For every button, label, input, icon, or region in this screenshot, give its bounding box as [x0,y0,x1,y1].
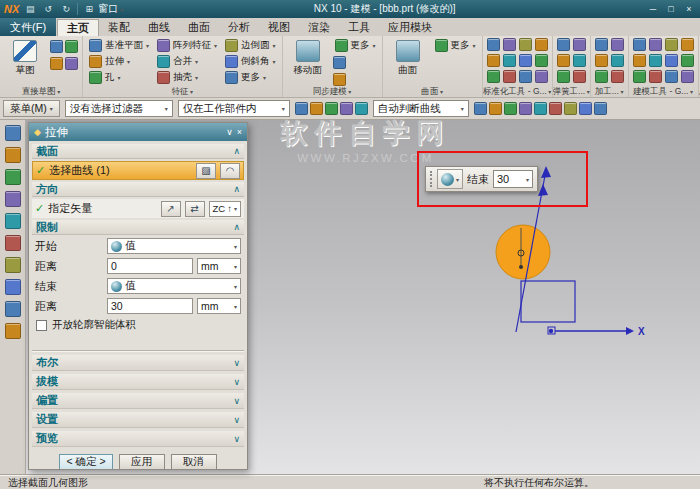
tab-应用模块[interactable]: 应用模块 [379,19,441,36]
ribbon-icon[interactable] [225,39,238,52]
history-icon[interactable] [5,279,21,295]
selection-filter-dropdown[interactable]: 没有选择过滤器 ▾ [65,100,173,117]
redo-icon[interactable]: ↻ [59,3,73,16]
ribbon-icon[interactable] [557,54,570,67]
tab-工具[interactable]: 工具 [339,19,379,36]
ribbon-icon[interactable] [519,38,532,51]
ribbon-icon[interactable] [633,54,646,67]
internet-browser-icon[interactable] [5,323,21,339]
ribbon-icon[interactable] [595,38,608,51]
selection-toolbar-icon[interactable] [549,102,562,115]
ribbon-icon[interactable] [633,70,646,83]
ribbon-icon[interactable] [535,70,548,83]
ribbon-icon[interactable] [333,56,346,69]
sketch-section-button[interactable]: ▨ [196,163,216,179]
ribbon-button[interactable]: 抽壳▾ [155,70,219,85]
specify-vector-row[interactable]: ✓ 指定矢量 ↗ ⇄ ZC ↑ ▾ [32,199,244,218]
ok-button[interactable]: < 确定 > [59,454,112,470]
ribbon-icon[interactable] [681,70,694,83]
start-option-dropdown[interactable]: 值 ▾ [107,238,241,254]
selection-toolbar-icon[interactable] [310,102,323,115]
dialog-collapse-icon[interactable]: ∨ [226,127,233,137]
ribbon-button[interactable]: 更多▾ [223,70,278,85]
ribbon-button[interactable]: 拉伸▾ [87,54,151,69]
ribbon-icon[interactable] [649,54,662,67]
ribbon-icon[interactable] [89,71,102,84]
constraint-navigator-icon[interactable] [5,169,21,185]
ribbon-icon[interactable] [335,39,348,52]
end-distance-input[interactable]: 30 ▾ [493,170,533,188]
ribbon-icon[interactable] [681,38,694,51]
roles-icon[interactable] [5,125,21,141]
reuse-library-icon[interactable] [5,213,21,229]
ribbon-icon[interactable] [503,38,516,51]
end-distance-input[interactable]: 30 [107,298,193,314]
ribbon-icon[interactable] [50,57,63,70]
tab-曲面[interactable]: 曲面 [179,19,219,36]
ribbon-icon[interactable] [503,70,516,83]
ribbon-icon[interactable] [435,39,448,52]
cancel-button[interactable]: 取消 [171,454,217,470]
ribbon-icon[interactable] [535,54,548,67]
dialog-section-draft[interactable]: 拔模∨ [32,374,244,390]
selection-toolbar-icon[interactable] [325,102,338,115]
ribbon-icon[interactable] [225,55,238,68]
tab-分析[interactable]: 分析 [219,19,259,36]
ribbon-button[interactable]: 孔▾ [87,70,151,85]
ribbon-icon[interactable] [649,38,662,51]
hd3d-tools-icon[interactable] [5,235,21,251]
ribbon-button[interactable]: 基准平面▾ [87,38,151,53]
ribbon-icon[interactable] [225,71,238,84]
selection-toolbar-icon[interactable] [534,102,547,115]
dialog-header[interactable]: ◆ 拉伸 ∨ × [29,123,247,141]
ribbon-icon[interactable] [157,39,170,52]
ribbon-icon[interactable] [633,38,646,51]
apply-button[interactable]: 应用 [119,454,165,470]
section-header-section[interactable]: 截面 ∧ [32,144,244,159]
dependencies-icon[interactable] [5,257,21,273]
vector-dialog-button[interactable]: ↗ [161,201,181,217]
close-button[interactable]: × [682,4,696,14]
tab-主页[interactable]: 主页 [57,19,99,36]
selection-toolbar-icon[interactable] [564,102,577,115]
curve-rule-dropdown[interactable]: 自动判断曲线 ▾ [373,100,469,117]
tab-装配[interactable]: 装配 [99,19,139,36]
ribbon-button[interactable]: 合并▾ [155,54,219,69]
save-icon[interactable]: ▤ [23,3,37,16]
tab-曲线[interactable]: 曲线 [139,19,179,36]
ribbon-icon[interactable] [573,54,586,67]
ribbon-icon[interactable] [503,54,516,67]
ribbon-icon[interactable] [611,70,624,83]
open-profile-checkbox[interactable] [36,320,47,331]
selection-toolbar-icon[interactable] [594,102,607,115]
curve-select-button[interactable]: ◠ [220,163,240,179]
start-unit-dropdown[interactable]: mm ▾ [197,258,241,274]
start-distance-input[interactable]: 0 [107,258,193,274]
tab-视图[interactable]: 视图 [259,19,299,36]
part-navigator-icon[interactable] [5,191,21,207]
dialog-section-preview[interactable]: 预览∨ [32,431,244,447]
ribbon-icon[interactable] [50,40,63,53]
dialog-section-offset[interactable]: 偏置∨ [32,393,244,409]
minimize-button[interactable]: ─ [646,4,660,14]
selection-toolbar-icon[interactable] [489,102,502,115]
onscreen-input-toolbar[interactable]: ▾ 结束 30 ▾ [425,166,538,192]
ribbon-icon[interactable] [487,38,500,51]
dialog-close-icon[interactable]: × [237,127,242,137]
ribbon-icon[interactable] [573,70,586,83]
ribbon-icon[interactable] [519,54,532,67]
dialog-section-boolean[interactable]: 布尔∨ [32,355,244,371]
ribbon-icon[interactable] [65,57,78,70]
selection-toolbar-icon[interactable] [504,102,517,115]
ribbon-icon[interactable] [89,39,102,52]
undo-icon[interactable]: ↺ [41,3,55,16]
ribbon-icon[interactable] [665,54,678,67]
selection-scope-dropdown[interactable]: 仅在工作部件内 ▾ [178,100,290,117]
assembly-navigator-icon[interactable] [5,147,21,163]
selection-toolbar-icon[interactable] [355,102,368,115]
selection-toolbar-icon[interactable] [295,102,308,115]
ribbon-icon[interactable] [65,40,78,53]
ribbon-button[interactable]: 更多▾ [433,38,478,53]
ribbon-icon[interactable] [89,55,102,68]
tab-渲染[interactable]: 渲染 [299,19,339,36]
